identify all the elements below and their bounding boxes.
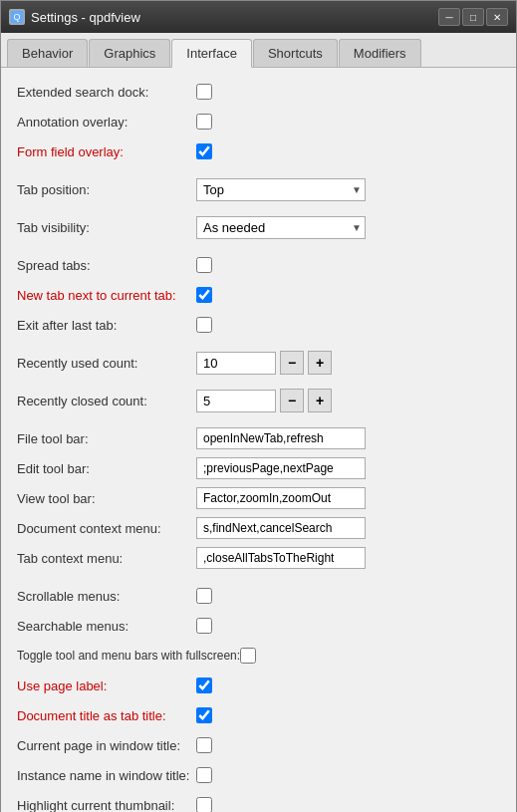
tab-position-select[interactable]: Top Bottom Left Right — [196, 178, 366, 201]
current-page-in-window-title-control — [196, 737, 500, 753]
annotation-overlay-control — [196, 114, 500, 130]
extended-search-dock-checkbox[interactable] — [196, 84, 212, 100]
tab-visibility-row: Tab visibility: Always As needed Never ▼ — [17, 215, 500, 239]
view-tool-bar-control — [196, 487, 500, 509]
tab-visibility-select-wrapper: Always As needed Never ▼ — [196, 216, 366, 239]
recently-closed-count-plus-button[interactable]: + — [308, 389, 332, 412]
current-page-in-window-title-label: Current page in window title: — [17, 738, 196, 753]
scrollable-menus-checkbox[interactable] — [196, 588, 212, 604]
spread-tabs-label: Spread tabs: — [17, 258, 196, 273]
recently-used-count-minus-button[interactable]: − — [280, 351, 304, 375]
restore-button[interactable]: □ — [462, 8, 484, 26]
recently-used-count-input[interactable] — [196, 352, 276, 375]
view-tool-bar-row: View tool bar: — [17, 486, 500, 510]
document-title-as-tab-title-label: Document title as tab title: — [17, 708, 196, 723]
form-field-overlay-checkbox[interactable] — [196, 143, 212, 159]
window-controls: ─ □ ✕ — [438, 8, 508, 26]
annotation-overlay-row: Annotation overlay: — [17, 110, 500, 134]
exit-after-last-tab-checkbox[interactable] — [196, 317, 212, 333]
recently-used-count-control: − + — [196, 351, 500, 375]
highlight-current-thumbnail-label: Highlight current thumbnail: — [17, 798, 196, 813]
recently-closed-count-spinner: − + — [196, 389, 332, 412]
exit-after-last-tab-label: Exit after last tab: — [17, 318, 196, 333]
recently-closed-count-label: Recently closed count: — [17, 394, 196, 408]
highlight-current-thumbnail-row: Highlight current thumbnail: — [17, 793, 500, 812]
titlebar-left: Q Settings - qpdfview — [9, 9, 140, 25]
close-button[interactable]: ✕ — [486, 8, 508, 26]
recently-closed-count-minus-button[interactable]: − — [280, 389, 304, 412]
searchable-menus-label: Searchable menus: — [17, 619, 196, 634]
current-page-in-window-title-row: Current page in window title: — [17, 733, 500, 757]
edit-tool-bar-input[interactable] — [196, 457, 366, 479]
tab-modifiers[interactable]: Modifiers — [339, 39, 421, 67]
highlight-current-thumbnail-control — [196, 797, 500, 812]
new-tab-label: New tab next to current tab: — [17, 288, 196, 303]
spread-tabs-row: Spread tabs: — [17, 253, 500, 277]
use-page-label-control — [196, 677, 500, 693]
settings-window: Q Settings - qpdfview ─ □ ✕ Behavior Gra… — [0, 0, 517, 812]
extended-search-dock-label: Extended search dock: — [17, 85, 196, 100]
scrollable-menus-control — [196, 588, 500, 604]
svg-text:Q: Q — [13, 12, 20, 22]
document-context-menu-input[interactable] — [196, 517, 366, 539]
form-field-overlay-row: Form field overlay: — [17, 139, 500, 163]
view-tool-bar-input[interactable] — [196, 487, 366, 509]
tab-context-menu-row: Tab context menu: — [17, 546, 500, 570]
view-tool-bar-label: View tool bar: — [17, 491, 196, 506]
highlight-current-thumbnail-checkbox[interactable] — [196, 797, 212, 812]
tab-context-menu-label: Tab context menu: — [17, 551, 196, 566]
toggle-tool-menu-bars-checkbox[interactable] — [240, 648, 256, 664]
toggle-tool-menu-bars-label: Toggle tool and menu bars with fullscree… — [17, 649, 240, 663]
document-title-as-tab-title-checkbox[interactable] — [196, 707, 212, 723]
new-tab-checkbox[interactable] — [196, 287, 212, 303]
tab-position-control: Top Bottom Left Right ▼ — [196, 178, 500, 201]
recently-used-count-plus-button[interactable]: + — [308, 351, 332, 375]
instance-name-in-window-title-label: Instance name in window title: — [17, 768, 196, 783]
tab-context-menu-control — [196, 547, 500, 569]
tabs-bar: Behavior Graphics Interface Shortcuts Mo… — [1, 33, 516, 68]
file-tool-bar-input[interactable] — [196, 427, 366, 449]
document-context-menu-control — [196, 517, 500, 539]
toggle-tool-menu-bars-row: Toggle tool and menu bars with fullscree… — [17, 644, 500, 668]
instance-name-in-window-title-checkbox[interactable] — [196, 767, 212, 783]
use-page-label-row: Use page label: — [17, 674, 500, 697]
use-page-label-checkbox[interactable] — [196, 677, 212, 693]
exit-after-last-tab-control — [196, 317, 500, 333]
searchable-menus-checkbox[interactable] — [196, 618, 212, 634]
tab-context-menu-input[interactable] — [196, 547, 366, 569]
tab-shortcuts[interactable]: Shortcuts — [253, 39, 338, 67]
recently-closed-count-input[interactable] — [196, 390, 276, 412]
tab-visibility-label: Tab visibility: — [17, 220, 196, 235]
document-title-as-tab-title-row: Document title as tab title: — [17, 703, 500, 727]
tab-position-label: Tab position: — [17, 182, 196, 197]
recently-closed-count-control: − + — [196, 389, 500, 412]
extended-search-dock-row: Extended search dock: — [17, 80, 500, 104]
window-title: Settings - qpdfview — [31, 10, 140, 25]
tab-graphics[interactable]: Graphics — [89, 39, 170, 67]
file-tool-bar-row: File tool bar: — [17, 426, 500, 450]
searchable-menus-row: Searchable menus: — [17, 614, 500, 638]
edit-tool-bar-row: Edit tool bar: — [17, 456, 500, 480]
content-area: Extended search dock: Annotation overlay… — [1, 68, 516, 812]
edit-tool-bar-label: Edit tool bar: — [17, 461, 196, 476]
form-field-overlay-label: Form field overlay: — [17, 144, 196, 159]
new-tab-control — [196, 287, 500, 303]
instance-name-in-window-title-row: Instance name in window title: — [17, 763, 500, 787]
minimize-button[interactable]: ─ — [438, 8, 460, 26]
tab-behavior[interactable]: Behavior — [7, 39, 88, 67]
recently-used-count-row: Recently used count: − + — [17, 351, 500, 375]
edit-tool-bar-control — [196, 457, 500, 479]
tab-visibility-select[interactable]: Always As needed Never — [196, 216, 366, 239]
scrollable-menus-row: Scrollable menus: — [17, 584, 500, 608]
current-page-in-window-title-checkbox[interactable] — [196, 737, 212, 753]
app-icon: Q — [9, 9, 25, 25]
annotation-overlay-checkbox[interactable] — [196, 114, 212, 130]
tab-interface[interactable]: Interface — [171, 39, 252, 68]
titlebar: Q Settings - qpdfview ─ □ ✕ — [1, 1, 516, 33]
tab-position-row: Tab position: Top Bottom Left Right ▼ — [17, 177, 500, 201]
tab-visibility-control: Always As needed Never ▼ — [196, 216, 500, 239]
spread-tabs-checkbox[interactable] — [196, 257, 212, 273]
use-page-label-label: Use page label: — [17, 678, 196, 693]
tab-position-select-wrapper: Top Bottom Left Right ▼ — [196, 178, 366, 201]
recently-used-count-spinner: − + — [196, 351, 332, 375]
